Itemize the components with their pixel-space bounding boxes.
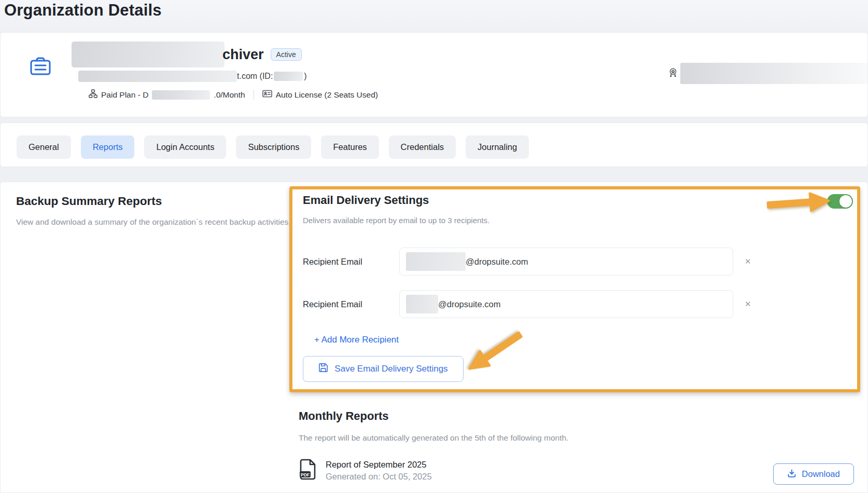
- plan-suffix: .0/Month: [214, 90, 245, 100]
- plan-divider: [254, 90, 254, 100]
- redacted-organization-name: [72, 42, 225, 67]
- save-email-delivery-settings-button[interactable]: Save Email Delivery Settings: [303, 356, 464, 382]
- report-texts: Report of September 2025 Generated on: O…: [326, 460, 432, 482]
- organization-name-row: chiver Active: [72, 41, 302, 68]
- download-button-label: Download: [802, 469, 839, 479]
- tabs-card: General Reports Login Accounts Subscript…: [0, 122, 868, 167]
- plan-prefix: Paid Plan - D: [101, 90, 148, 100]
- recipient-email-input[interactable]: @dropsuite.com: [399, 290, 733, 318]
- organization-name-visible: chiver: [222, 47, 264, 63]
- recipient-email-label: Recipient Email: [303, 257, 399, 267]
- email-domain: @dropsuite.com: [466, 257, 528, 267]
- reports-content-card: Backup Summary Reports View and download…: [0, 182, 868, 493]
- domain-visible: t.com (ID:: [237, 72, 273, 81]
- report-generated-date: Generated on: Oct 05, 2025: [326, 472, 432, 482]
- email-delivery-settings-subtitle: Delivers available report by email to up…: [303, 216, 489, 225]
- remove-recipient-icon[interactable]: ✕: [745, 299, 751, 309]
- add-more-recipient-link[interactable]: + Add More Recipient: [314, 335, 399, 345]
- organization-info-card: chiver Active t.com (ID: ) Paid Plan - D…: [0, 32, 868, 117]
- id-close-paren: ): [304, 72, 306, 81]
- backup-summary-title: Backup Summary Reports: [16, 195, 162, 208]
- remove-recipient-icon[interactable]: ✕: [745, 257, 751, 266]
- save-button-label: Save Email Delivery Settings: [334, 364, 447, 374]
- monthly-reports-subtitle: The report will be automatically generat…: [299, 433, 568, 443]
- save-floppy-icon: [318, 363, 328, 375]
- tab-general[interactable]: General: [17, 135, 71, 159]
- monthly-reports-title: Monthly Reports: [299, 409, 389, 423]
- toggle-knob: [839, 195, 852, 208]
- redacted-email-user: [406, 252, 466, 271]
- tab-journaling[interactable]: Journaling: [466, 135, 529, 159]
- download-report-button[interactable]: Download: [773, 463, 854, 485]
- email-delivery-settings-title: Email Delivery Settings: [303, 194, 429, 207]
- tabs-row: General Reports Login Accounts Subscript…: [17, 135, 529, 159]
- redacted-email-user: [406, 295, 438, 313]
- license-label: Auto License (2 Seats Used): [276, 90, 378, 100]
- tab-login-accounts[interactable]: Login Accounts: [144, 135, 226, 159]
- tab-features[interactable]: Features: [321, 135, 379, 159]
- redacted-plan-price: [152, 90, 210, 100]
- medal-icon: [668, 67, 678, 80]
- report-row: PDF Report of September 2025 Generated o…: [299, 459, 432, 483]
- redacted-partner-name: [680, 63, 867, 84]
- organization-briefcase-icon: [29, 54, 52, 80]
- email-domain: @dropsuite.com: [438, 299, 500, 309]
- recipient-email-label: Recipient Email: [303, 299, 399, 309]
- organization-details-page: Organization Details chiver Active t.com…: [0, 0, 868, 493]
- license-id-card-icon: [262, 89, 272, 100]
- recipient-email-input[interactable]: @dropsuite.com: [399, 248, 733, 276]
- pdf-file-icon: PDF: [299, 459, 317, 483]
- tab-reports[interactable]: Reports: [81, 135, 135, 159]
- organization-domain-row: t.com (ID: ): [78, 71, 307, 82]
- backup-summary-subtitle: View and download a summary of the organ…: [16, 217, 291, 227]
- annotation-arrow-toggle: [766, 190, 831, 217]
- page-title: Organization Details: [4, 1, 162, 20]
- tab-subscriptions[interactable]: Subscriptions: [236, 135, 311, 159]
- report-name: Report of September 2025: [326, 460, 432, 470]
- partner-row: [668, 63, 867, 84]
- recipient-row: Recipient Email @dropsuite.com ✕: [303, 248, 751, 276]
- redacted-domain: [78, 71, 237, 82]
- pdf-icon-label: PDF: [301, 472, 310, 477]
- recipient-row: Recipient Email @dropsuite.com ✕: [303, 290, 751, 318]
- tab-credentials[interactable]: Credentials: [389, 135, 456, 159]
- redacted-org-id: [274, 72, 303, 81]
- organization-plan-row: Paid Plan - D .0/Month Auto License (2 S…: [89, 89, 378, 100]
- plan-sitemap-icon: [89, 89, 97, 100]
- email-delivery-settings-highlight-box: Email Delivery Settings Delivers availab…: [289, 186, 860, 392]
- download-icon: [787, 469, 796, 480]
- status-badge: Active: [271, 48, 302, 61]
- email-delivery-toggle[interactable]: [827, 194, 853, 209]
